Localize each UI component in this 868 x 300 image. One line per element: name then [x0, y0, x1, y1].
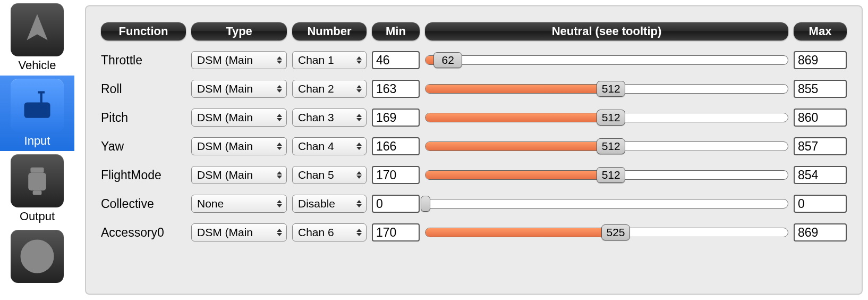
updown-arrows-icon: [277, 140, 283, 152]
number-select[interactable]: Chan 6: [292, 223, 367, 241]
function-label: Pitch: [101, 111, 186, 125]
function-label: Throttle: [101, 53, 186, 68]
neutral-slider[interactable]: 512: [425, 109, 788, 127]
number-select-value: Chan 2: [298, 82, 334, 95]
min-input[interactable]: 46: [372, 51, 420, 69]
type-select-value: DSM (Main: [197, 140, 253, 153]
neutral-slider[interactable]: [425, 195, 788, 213]
type-select[interactable]: DSM (Main: [191, 51, 287, 69]
header-min: Min: [372, 22, 420, 40]
updown-arrows-icon: [356, 227, 363, 238]
slider-fill: [426, 85, 611, 93]
function-label: Yaw: [101, 139, 186, 154]
input-grid: Function Type Number Min Neutral (see to…: [101, 22, 847, 241]
min-input[interactable]: 166: [372, 137, 420, 155]
updown-arrows-icon: [356, 54, 363, 66]
min-input[interactable]: 169: [372, 109, 420, 127]
max-input[interactable]: 854: [794, 166, 847, 184]
type-select[interactable]: None: [191, 195, 287, 213]
function-label: FlightMode: [101, 168, 186, 182]
number-select[interactable]: Chan 2: [292, 80, 367, 98]
min-input[interactable]: 163: [372, 80, 420, 98]
attitude-icon: [11, 230, 64, 283]
number-select-value: Disable: [298, 197, 335, 210]
svg-rect-2: [40, 92, 42, 103]
type-select[interactable]: DSM (Main: [191, 166, 287, 184]
neutral-slider[interactable]: 512: [425, 166, 788, 184]
updown-arrows-icon: [277, 227, 283, 238]
type-select-value: None: [197, 197, 224, 210]
min-input[interactable]: 170: [372, 223, 420, 241]
neutral-slider[interactable]: 525: [425, 223, 788, 241]
updown-arrows-icon: [356, 198, 363, 210]
number-select[interactable]: Disable: [292, 195, 367, 213]
neutral-slider[interactable]: 62: [425, 51, 788, 69]
type-select-value: DSM (Main: [197, 226, 253, 239]
min-input[interactable]: 0: [372, 195, 420, 213]
neutral-slider[interactable]: 512: [425, 137, 788, 155]
number-select[interactable]: Chan 5: [292, 166, 367, 184]
sidebar-item-output[interactable]: Output: [0, 151, 74, 227]
sidebar-item-input[interactable]: Input: [0, 76, 74, 151]
number-select-value: Chan 5: [298, 169, 334, 181]
slider-thumb[interactable]: 512: [597, 81, 625, 97]
updown-arrows-icon: [277, 112, 283, 123]
type-select[interactable]: DSM (Main: [191, 223, 287, 241]
max-input[interactable]: 869: [794, 223, 847, 241]
aircraft-icon: [11, 3, 64, 56]
main-content: Function Type Number Min Neutral (see to…: [74, 0, 868, 300]
number-select-value: Chan 4: [298, 140, 334, 153]
slider-thumb[interactable]: 525: [601, 224, 630, 240]
slider-thumb[interactable]: 512: [597, 110, 625, 126]
updown-arrows-icon: [356, 140, 363, 152]
type-select-value: DSM (Main: [197, 82, 253, 95]
svg-rect-10: [24, 255, 50, 258]
type-select[interactable]: DSM (Main: [191, 109, 287, 127]
header-max: Max: [794, 22, 847, 40]
updown-arrows-icon: [356, 83, 363, 95]
svg-rect-7: [28, 173, 46, 191]
slider-fill: [426, 142, 611, 151]
max-input[interactable]: 0: [794, 195, 847, 213]
type-select[interactable]: DSM (Main: [191, 137, 287, 155]
max-input[interactable]: 855: [794, 80, 847, 98]
sidebar-item-label: Vehicle: [19, 59, 56, 72]
svg-point-5: [40, 107, 47, 114]
updown-arrows-icon: [356, 169, 363, 181]
function-label: Roll: [101, 82, 186, 96]
sidebar-item-label: Input: [24, 134, 50, 148]
sidebar-item-vehicle[interactable]: Vehicle: [0, 0, 74, 76]
max-input[interactable]: 860: [794, 109, 847, 127]
max-input[interactable]: 869: [794, 51, 847, 69]
transmitter-icon: [11, 79, 64, 132]
motor-icon: [11, 154, 64, 207]
updown-arrows-icon: [277, 169, 283, 181]
slider-fill: [426, 113, 611, 122]
type-select[interactable]: DSM (Main: [191, 80, 287, 98]
updown-arrows-icon: [356, 112, 363, 123]
header-function: Function: [101, 22, 186, 40]
svg-rect-3: [38, 91, 45, 93]
input-config-panel: Function Type Number Min Neutral (see to…: [85, 5, 863, 295]
max-input[interactable]: 857: [794, 137, 847, 155]
slider-thumb[interactable]: 512: [597, 167, 625, 183]
min-input[interactable]: 170: [372, 166, 420, 184]
slider-thumb[interactable]: 512: [597, 138, 625, 154]
neutral-slider[interactable]: 512: [425, 80, 788, 98]
type-select-value: DSM (Main: [197, 54, 253, 66]
number-select[interactable]: Chan 4: [292, 137, 367, 155]
svg-rect-6: [30, 168, 44, 173]
slider-fill: [426, 171, 611, 179]
slider-thumb[interactable]: [421, 196, 430, 212]
sidebar-item-attitude[interactable]: [0, 227, 74, 288]
updown-arrows-icon: [277, 83, 283, 95]
updown-arrows-icon: [277, 198, 283, 210]
function-label: Collective: [101, 197, 186, 211]
number-select-value: Chan 3: [298, 111, 334, 124]
number-select[interactable]: Chan 3: [292, 109, 367, 127]
slider-thumb[interactable]: 62: [433, 52, 462, 68]
slider-fill: [426, 228, 616, 237]
type-select-value: DSM (Main: [197, 169, 253, 181]
type-select-value: DSM (Main: [197, 111, 253, 124]
number-select[interactable]: Chan 1: [292, 51, 367, 69]
